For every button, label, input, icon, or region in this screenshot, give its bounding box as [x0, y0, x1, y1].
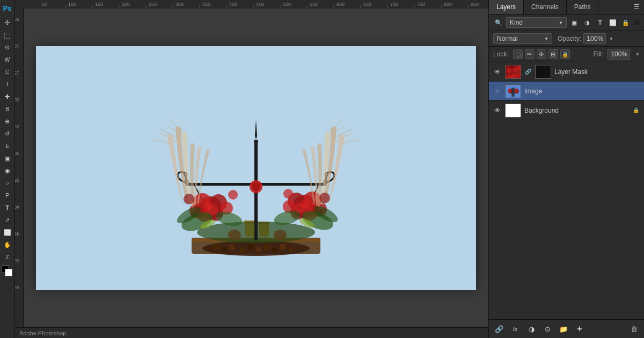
filter-smart-icon[interactable]: 🔒 [620, 17, 631, 28]
svg-text:250: 250 [149, 2, 157, 7]
gradient-tool[interactable]: ▣ [2, 152, 13, 164]
svg-point-105 [228, 190, 238, 200]
lock-icons-group: ⬚ ✏ ✣ ⊞ 🔒 [513, 49, 570, 59]
tab-layers[interactable]: Layers [489, 0, 524, 14]
canvas-wrapper [24, 9, 488, 327]
text-tool[interactable]: T [2, 202, 13, 214]
layer-visibility-image[interactable]: 👁 [493, 87, 502, 95]
clone-tool[interactable]: ⊕ [2, 115, 13, 127]
lock-image-btn[interactable]: ✏ [525, 49, 535, 59]
svg-point-54 [247, 244, 254, 250]
lock-transparent-btn[interactable]: ⬚ [513, 49, 523, 59]
svg-rect-121 [511, 87, 515, 97]
svg-text:400: 400 [229, 2, 237, 7]
new-layer-button[interactable]: + [574, 323, 586, 335]
svg-rect-122 [506, 104, 521, 116]
layer-link-icon: 🔗 [524, 69, 532, 75]
move-tool[interactable]: ✣ [2, 17, 13, 28]
lock-label: Lock: [493, 50, 509, 58]
quick-select-tool[interactable]: W [2, 54, 13, 65]
layer-item-image[interactable]: 👁 Image [489, 82, 644, 101]
dodge-tool[interactable]: ○ [2, 177, 13, 189]
eye-icon-mask: 👁 [494, 68, 501, 76]
new-layer-mask-button[interactable]: ⊙ [541, 323, 553, 335]
blend-opacity-row: Normal ▼ Opacity: 100% ▼ [489, 31, 644, 47]
pen-tool[interactable]: P [2, 189, 13, 201]
opacity-label: Opacity: [558, 35, 581, 42]
fill-input[interactable]: 100% [608, 49, 630, 60]
fill-arrow[interactable]: ▼ [635, 52, 640, 57]
svg-text:350: 350 [202, 2, 210, 7]
svg-text:50: 50 [15, 17, 19, 22]
layer-item-mask[interactable]: 👁 🔗 Layer Mask [489, 62, 644, 82]
filter-toggle[interactable] [634, 20, 640, 25]
svg-text:250: 250 [15, 124, 19, 129]
layer-item-background[interactable]: 👁 Background 🔒 [489, 101, 644, 120]
tab-channels[interactable]: Channels [524, 0, 567, 14]
filter-shape-icon[interactable]: ⬜ [608, 17, 618, 28]
layer-visibility-mask[interactable]: 👁 [493, 68, 502, 76]
layer-thumb-image [505, 84, 521, 98]
svg-point-107 [319, 193, 330, 203]
svg-text:550: 550 [310, 2, 318, 7]
layer-visibility-background[interactable]: 👁 [493, 106, 502, 115]
svg-text:150: 150 [15, 70, 19, 76]
filter-type-icon[interactable]: T [595, 17, 605, 28]
svg-point-56 [264, 244, 270, 251]
marquee-tool[interactable]: ⬚ [2, 29, 13, 41]
svg-text:100: 100 [15, 43, 19, 49]
blur-tool[interactable]: ◉ [2, 165, 13, 177]
crop-tool[interactable]: C [2, 66, 13, 78]
svg-text:200: 200 [15, 97, 19, 102]
healing-tool[interactable]: ✚ [2, 91, 13, 102]
path-select-tool[interactable]: ↗ [2, 214, 13, 226]
blend-dropdown-arrow: ▼ [544, 36, 548, 41]
eye-icon-image: 👁 [494, 87, 501, 95]
eyedropper-tool[interactable]: I [2, 78, 13, 90]
svg-text:650: 650 [363, 2, 371, 7]
new-group-button[interactable]: 📁 [558, 323, 569, 335]
color-switcher[interactable] [2, 266, 13, 277]
fx-button[interactable]: fx [509, 323, 521, 335]
hand-tool[interactable]: ✋ [2, 239, 13, 251]
filter-adjust-icon[interactable]: ◑ [582, 17, 592, 28]
opacity-input[interactable]: 100% [583, 33, 606, 44]
delete-layer-button[interactable]: 🗑 [628, 323, 640, 335]
svg-point-114 [514, 68, 517, 71]
layer-mask-thumb [535, 65, 551, 79]
lock-artboard-btn[interactable]: ⊞ [548, 49, 558, 59]
kind-dropdown[interactable]: Kind ▼ [506, 17, 567, 28]
svg-text:850: 850 [471, 2, 479, 7]
svg-text:300: 300 [175, 2, 184, 7]
left-toolbar: Ps ✣ ⬚ ⊙ W C I ✚ B ⊕ ↺ E ▣ ◉ ○ P T ↗ ⬜ ✋… [0, 0, 15, 338]
history-brush[interactable]: ↺ [2, 128, 13, 139]
svg-text:500: 500 [283, 2, 291, 7]
svg-text:150: 150 [95, 2, 103, 7]
fill-label: Fill: [593, 50, 603, 58]
layer-lock-icon: 🔒 [632, 107, 640, 113]
svg-text:450: 450 [15, 231, 19, 237]
ruler-horizontal: 50 100 150 200 250 300 350 400 4 [39, 0, 488, 9]
svg-text:350: 350 [15, 178, 19, 183]
brush-tool[interactable]: B [2, 103, 13, 115]
lasso-tool[interactable]: ⊙ [2, 41, 13, 53]
lock-position-btn[interactable]: ✣ [537, 49, 546, 59]
layer-thumb-rose [505, 65, 521, 79]
opacity-arrow[interactable]: ▼ [609, 36, 613, 41]
panel-bottom-toolbar: 🔗 fx ◑ ⊙ 📁 + 🗑 [489, 319, 644, 338]
shape-tool[interactable]: ⬜ [2, 226, 13, 238]
layers-list: 👁 🔗 Layer Mask [489, 62, 644, 319]
svg-text:750: 750 [417, 2, 425, 7]
new-fill-adjustment-button[interactable]: ◑ [525, 323, 537, 335]
status-bar: Adobe Photoshop [15, 327, 488, 338]
lock-all-btn[interactable]: 🔒 [560, 49, 570, 59]
panel-menu[interactable]: ☰ [630, 0, 644, 14]
layer-name-background: Background [524, 107, 629, 114]
filter-pixel-icon[interactable]: ▣ [569, 17, 580, 28]
blend-mode-dropdown[interactable]: Normal ▼ [493, 33, 552, 44]
tab-paths[interactable]: Paths [567, 0, 599, 14]
zoom-tool[interactable]: Z [2, 251, 13, 263]
link-layers-button[interactable]: 🔗 [493, 323, 505, 335]
eraser-tool[interactable]: E [2, 140, 13, 152]
svg-point-58 [280, 244, 286, 250]
